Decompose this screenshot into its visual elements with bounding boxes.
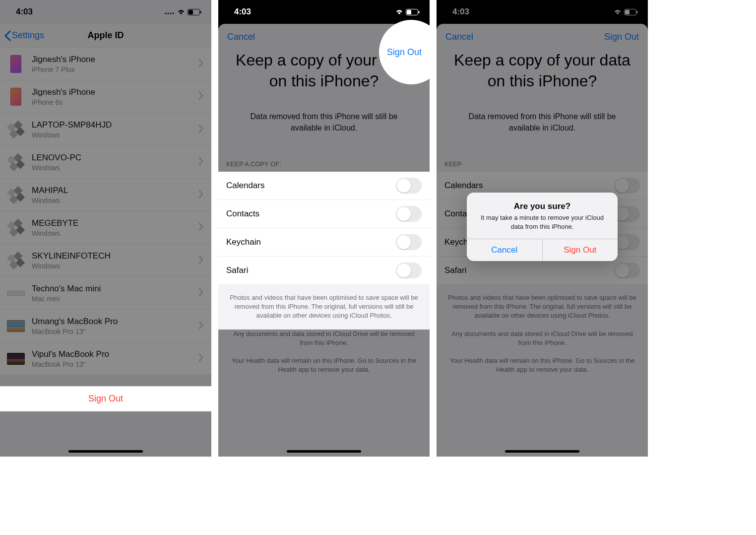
home-indicator (287, 450, 361, 453)
sign-out-highlight-label[interactable]: Sign Out (387, 47, 422, 58)
toggle-switch[interactable] (396, 178, 422, 194)
sheet-nav: Cancel Sign Out (437, 24, 648, 47)
svg-point-3 (173, 13, 174, 14)
device-row[interactable]: Vipul's MacBook ProMacBook Pro 13" (0, 342, 211, 375)
device-thumbnail-icon (7, 88, 25, 106)
toggle-label: Calendars (226, 181, 265, 191)
svg-rect-8 (407, 10, 411, 14)
footer-text-1: Photos and videos that have been optimis… (218, 284, 430, 321)
toggle-label: Safari (226, 266, 248, 275)
device-thumbnail-icon (7, 284, 25, 302)
device-subtitle: Mac mini (32, 295, 198, 303)
wifi-icon (395, 9, 404, 15)
device-subtitle: Windows (32, 197, 198, 204)
home-indicator (68, 450, 143, 453)
status-time: 4:03 (234, 7, 251, 17)
toggle-label: Safari (444, 266, 466, 275)
cancel-button[interactable]: Cancel (227, 32, 255, 42)
status-bar: 4:03 (218, 0, 430, 24)
confirm-alert: Are you sure? It may take a minute to re… (467, 193, 618, 261)
toggle-switch[interactable] (396, 263, 422, 278)
device-subtitle: MacBook Pro 13" (32, 360, 198, 368)
device-name: Umang's MacBook Pro (32, 317, 198, 327)
footer-text-2: Any documents and data stored in iCloud … (437, 321, 648, 347)
toggle-row: Keychain (218, 228, 430, 257)
svg-rect-12 (637, 11, 638, 13)
sign-out-sheet: Cancel Sign Out Keep a copy of your data… (218, 24, 430, 457)
device-row[interactable]: Umang's MacBook ProMacBook Pro 13" (0, 310, 211, 342)
device-row[interactable]: Jignesh's iPhoneiPhone 6s (0, 80, 211, 113)
device-thumbnail-icon (7, 252, 25, 269)
chevron-right-icon (198, 353, 203, 364)
toggle-label: Contacts (226, 209, 259, 219)
device-thumbnail-icon (7, 121, 25, 138)
device-thumbnail-icon (7, 219, 25, 237)
device-row[interactable]: Jignesh's iPhoneiPhone 7 Plus (0, 48, 211, 80)
device-name: SKYLINEINFOTECH (32, 251, 198, 261)
alert-cancel-button[interactable]: Cancel (467, 239, 543, 261)
wifi-icon (613, 9, 622, 15)
device-thumbnail-icon (7, 153, 25, 171)
section-header: KEEP A COPY OF: (218, 134, 430, 172)
battery-icon (406, 9, 420, 15)
device-subtitle: Windows (32, 229, 198, 237)
device-thumbnail-icon (7, 350, 25, 368)
device-row[interactable]: MAHIPALWindows (0, 179, 211, 211)
toggle-switch[interactable] (396, 206, 422, 222)
device-row[interactable]: LENOVO-PCWindows (0, 146, 211, 179)
sheet-subtitle: Data removed from this iPhone will still… (437, 100, 648, 134)
cancel-button[interactable]: Cancel (445, 32, 473, 42)
footer-text-3: Your Health data will remain on this iPh… (437, 347, 648, 374)
toggle-label: Calendars (444, 181, 483, 191)
chevron-right-icon (198, 190, 203, 201)
page-title: Apple ID (0, 30, 211, 41)
footer-text-3: Your Health data will remain on this iPh… (218, 347, 430, 374)
device-subtitle: Windows (32, 164, 198, 172)
toggle-row: Contacts (218, 200, 430, 228)
status-bar: 4:03 (0, 0, 211, 24)
toggle-switch[interactable] (396, 234, 422, 250)
device-name: Techno's Mac mini (32, 284, 198, 294)
screen-1-apple-id: 4:03 Settings Apple ID Jignesh's iPhonei… (0, 0, 211, 457)
toggle-row: Safari (218, 257, 430, 284)
device-name: LENOVO-PC (32, 153, 198, 163)
device-name: Jignesh's iPhone (32, 55, 198, 65)
alert-sign-out-button[interactable]: Sign Out (543, 239, 618, 261)
chevron-right-icon (198, 321, 203, 332)
device-row[interactable]: MEGEBYTEWindows (0, 211, 211, 244)
svg-rect-5 (189, 10, 193, 14)
toggle-switch[interactable] (614, 178, 640, 194)
device-row[interactable]: SKYLINEINFOTECHWindows (0, 244, 211, 277)
device-name: MEGEBYTE (32, 218, 198, 228)
chevron-right-icon (198, 124, 203, 135)
status-time: 4:03 (16, 7, 33, 17)
status-bar: 4:03 (437, 0, 648, 24)
chevron-right-icon (198, 157, 203, 168)
chevron-right-icon (198, 288, 203, 299)
svg-point-1 (168, 13, 169, 14)
device-subtitle: Windows (32, 131, 198, 139)
device-row[interactable]: LAPTOP-SMP84HJDWindows (0, 113, 211, 146)
toggle-switch[interactable] (614, 234, 640, 250)
chevron-right-icon (198, 255, 203, 266)
toggle-row: Calendars (218, 172, 430, 200)
device-row[interactable]: Techno's Mac miniMac mini (0, 277, 211, 310)
status-icons (395, 9, 420, 15)
alert-title: Are you sure? (467, 193, 618, 213)
home-indicator (505, 450, 579, 453)
screen-2-keep-copy: 4:03 Cancel Sign Out Keep a copy of your… (218, 0, 430, 457)
device-list: Jignesh's iPhoneiPhone 7 PlusJignesh's i… (0, 48, 211, 375)
status-icons (613, 9, 638, 15)
toggle-switch[interactable] (614, 206, 640, 222)
battery-icon (624, 9, 638, 15)
svg-rect-6 (200, 11, 201, 13)
toggle-switch[interactable] (614, 263, 640, 278)
sign-out-button[interactable]: Sign Out (604, 32, 639, 42)
toggle-label: Keychain (226, 237, 261, 247)
device-name: Jignesh's iPhone (32, 87, 198, 97)
sheet-title: Keep a copy of your data on this iPhone? (437, 47, 648, 100)
keep-copy-list: CalendarsContactsKeychainSafari (218, 172, 430, 284)
screen-3-confirm: 4:03 Cancel Sign Out Keep a copy of your… (437, 0, 648, 457)
sign-out-button[interactable]: Sign Out (0, 386, 211, 411)
svg-point-0 (165, 13, 167, 14)
